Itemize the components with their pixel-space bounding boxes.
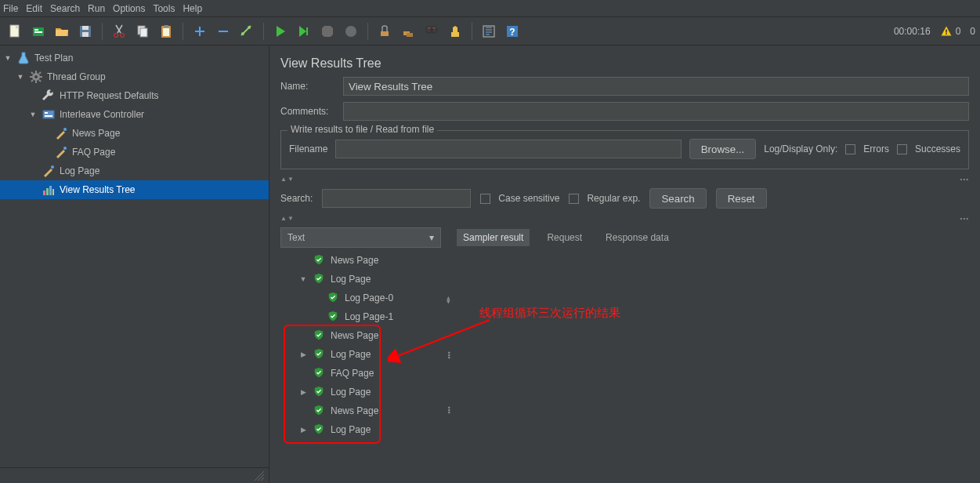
horizontal-splitter[interactable]: ◂▸ ••• ••• <box>446 227 452 483</box>
name-input[interactable] <box>343 77 969 96</box>
case-sensitive-checkbox[interactable] <box>480 194 490 204</box>
comments-label: Comments: <box>280 106 332 117</box>
tree-node-test-plan[interactable]: ▼ Test Plan <box>0 49 269 67</box>
tree-toggle-icon[interactable]: ▼ <box>299 275 307 283</box>
shutdown-button[interactable] <box>341 21 361 42</box>
result-row[interactable]: ▶Log Page <box>280 345 441 364</box>
clear-all-button[interactable] <box>398 21 418 42</box>
result-row[interactable]: Log Page-0 <box>280 289 441 307</box>
cut-button[interactable] <box>109 21 129 42</box>
help-button[interactable]: ? <box>502 21 523 42</box>
tab-request[interactable]: Request <box>541 229 588 246</box>
sampler-icon <box>42 165 55 177</box>
successes-checkbox[interactable] <box>897 144 907 154</box>
menu-bar: File Edit Search Run Options Tools Help <box>0 0 980 17</box>
result-row[interactable]: Log Page-1 <box>280 307 441 326</box>
comments-input[interactable] <box>343 102 969 121</box>
write-results-fieldset: Write results to file / Read from file F… <box>280 130 969 169</box>
tab-sampler-result[interactable]: Sampler result <box>457 229 530 246</box>
svg-rect-37 <box>45 115 52 117</box>
stop-button[interactable] <box>317 21 338 42</box>
tree-toggle-icon[interactable]: ▶ <box>299 350 307 358</box>
tab-response-data[interactable]: Response data <box>599 229 675 246</box>
write-results-legend: Write results to file / Read from file <box>287 124 437 135</box>
renderer-combo[interactable]: Text ▾ <box>280 227 441 248</box>
errors-checkbox[interactable] <box>845 144 855 154</box>
expand-button[interactable] <box>190 21 210 42</box>
toggle-button[interactable] <box>237 21 257 42</box>
search-tree-button[interactable] <box>421 21 442 42</box>
warning-counter[interactable]: 0 <box>940 25 961 38</box>
errors-label: Errors <box>863 143 889 154</box>
svg-marker-18 <box>299 26 306 37</box>
tree-toggle-icon[interactable]: ▼ <box>28 111 38 118</box>
start-button[interactable] <box>270 21 291 42</box>
templates-button[interactable] <box>28 21 49 42</box>
results-tree[interactable]: News Page▼Log PageLog Page-0Log Page-1Ne… <box>280 248 441 483</box>
vertical-splitter[interactable]: ▲▼••• <box>280 176 969 182</box>
tree-node-thread-group[interactable]: ▼ Thread Group <box>0 67 269 86</box>
reset-search-button[interactable] <box>445 21 465 42</box>
vertical-splitter-2[interactable]: ▲▼••• <box>280 215 969 221</box>
menu-help[interactable]: Help <box>183 3 202 14</box>
start-no-timers-button[interactable] <box>294 21 314 42</box>
tree-node-log-page[interactable]: Log Page <box>0 162 269 180</box>
result-row-label: News Page <box>331 330 378 341</box>
svg-rect-44 <box>52 189 54 195</box>
beaker-icon <box>17 52 30 64</box>
menu-file[interactable]: File <box>3 3 18 14</box>
tree-node-faq-page[interactable]: FAQ Page <box>0 143 269 162</box>
menu-edit[interactable]: Edit <box>26 3 42 14</box>
shield-check-icon <box>313 367 324 380</box>
menu-run[interactable]: Run <box>88 3 105 14</box>
menu-tools[interactable]: Tools <box>153 3 175 14</box>
filename-input[interactable] <box>335 140 681 158</box>
result-row-label: FAQ Page <box>331 368 374 379</box>
tree-node-label: Interleave Controller <box>60 109 144 120</box>
tree-node-http-defaults[interactable]: HTTP Request Defaults <box>0 86 269 105</box>
svg-rect-41 <box>43 191 45 195</box>
copy-button[interactable] <box>132 21 153 42</box>
result-row[interactable]: News Page <box>280 326 441 345</box>
result-row[interactable]: ▼Log Page <box>280 270 441 289</box>
result-row[interactable]: News Page <box>280 401 441 420</box>
search-label: Search: <box>280 193 313 204</box>
test-plan-tree[interactable]: ▼ Test Plan ▼ Thread Group HTTP Request … <box>0 45 269 467</box>
open-button[interactable] <box>52 21 72 42</box>
tree-node-interleave[interactable]: ▼ Interleave Controller <box>0 105 269 124</box>
result-row[interactable]: FAQ Page <box>280 364 441 383</box>
reset-button[interactable]: Reset <box>716 188 767 209</box>
shield-check-icon <box>327 310 338 324</box>
svg-rect-0 <box>10 25 19 37</box>
toolbar: ? 00:00:16 0 0 <box>0 17 980 45</box>
listener-icon <box>42 183 55 196</box>
tree-toggle-icon[interactable]: ▼ <box>3 54 13 62</box>
tree-toggle-icon[interactable]: ▶ <box>299 426 307 434</box>
new-button[interactable] <box>5 21 25 42</box>
search-input[interactable] <box>322 189 471 208</box>
menu-options[interactable]: Options <box>113 3 145 14</box>
function-helper-button[interactable] <box>479 21 499 42</box>
tree-node-label: HTTP Request Defaults <box>60 90 159 101</box>
svg-point-34 <box>34 75 38 78</box>
paste-button[interactable] <box>156 21 176 42</box>
search-button[interactable]: Search <box>649 188 706 209</box>
result-row-label: News Page <box>331 255 378 266</box>
result-row[interactable]: News Page <box>280 251 441 270</box>
result-row[interactable]: ▶Log Page <box>280 383 441 401</box>
menu-search[interactable]: Search <box>50 3 80 14</box>
result-row[interactable]: ▶Log Page <box>280 420 441 439</box>
tree-node-view-results[interactable]: View Results Tree <box>0 180 269 199</box>
tree-toggle-icon[interactable]: ▶ <box>299 388 307 396</box>
tree-toggle-icon[interactable]: ▼ <box>16 73 25 81</box>
regex-checkbox[interactable] <box>569 194 579 204</box>
svg-point-15 <box>241 32 244 35</box>
tree-node-news-page[interactable]: News Page <box>0 124 269 143</box>
svg-marker-19 <box>322 26 333 37</box>
collapse-button[interactable] <box>213 21 233 42</box>
clear-button[interactable] <box>374 21 395 42</box>
error-counter[interactable]: 0 <box>970 26 975 37</box>
save-button[interactable] <box>75 21 96 42</box>
shield-check-icon <box>313 348 324 361</box>
browse-button[interactable]: Browse... <box>689 139 757 159</box>
